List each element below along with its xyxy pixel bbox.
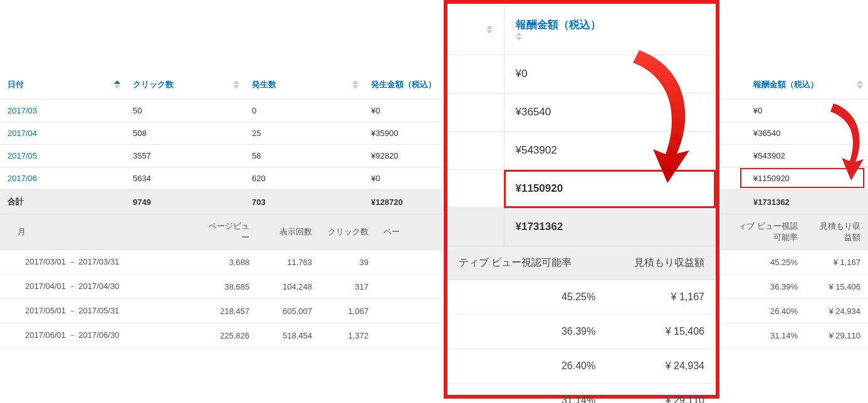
cell: 0	[244, 100, 363, 122]
date-link[interactable]: 2017/05	[0, 145, 125, 167]
col-revenue[interactable]: 見積もり収益額	[805, 214, 868, 250]
svg-marker-10	[486, 25, 493, 29]
cell: ¥36540	[746, 122, 868, 145]
cell: ¥ 1,167	[607, 280, 716, 315]
svg-marker-0	[114, 80, 120, 84]
cell: 50	[125, 100, 244, 122]
col-date[interactable]: 日付	[0, 70, 125, 100]
table-row: 2017/03/01 － 2017/03/31 3,688 11,763 39 …	[0, 250, 868, 275]
svg-marker-1	[114, 85, 120, 89]
svg-marker-9	[857, 85, 863, 89]
cell: 605,007	[257, 299, 320, 323]
cell: 620	[244, 167, 363, 190]
highlight-box-right	[740, 168, 864, 188]
col-clicks[interactable]: クリック数	[320, 214, 376, 250]
col-clicks[interactable]: クリック数	[125, 70, 244, 100]
totals-row: 合計 9749 703 ¥128720 ¥1731362	[0, 190, 868, 214]
cell: ¥1731362	[746, 190, 868, 214]
cell: ¥0	[504, 55, 716, 93]
table-row: 2017/05/01 － 2017/05/31 218,457 605,007 …	[0, 299, 868, 323]
cell: ¥ 29,110	[805, 323, 868, 348]
svg-marker-8	[857, 80, 863, 84]
table-row: 2017/04 508 25 ¥35900 ¥36540	[0, 122, 868, 145]
col-viewability[interactable]: ィブ ビュー視認可能率	[727, 214, 805, 250]
cell: 31.14%	[447, 384, 607, 404]
sort-icon[interactable]	[352, 80, 358, 89]
cell: 2017/04/01 － 2017/04/30	[0, 275, 201, 299]
inset-col-blank	[447, 4, 504, 55]
inset-reward-table: 報酬金額（税込） ¥0 ¥36540 ¥543902 ¥1150920 ¥173…	[447, 4, 716, 246]
table-row: ¥36540	[447, 93, 716, 132]
cell: 1,372	[320, 323, 376, 348]
cell: ¥ 24,934	[607, 349, 716, 384]
sort-icon	[486, 25, 493, 34]
cell: ¥36540	[504, 93, 716, 132]
cell: ¥ 15,406	[607, 315, 716, 349]
zoom-inset: 報酬金額（税込） ¥0 ¥36540 ¥543902 ¥1150920 ¥173…	[444, 0, 719, 399]
summary-table: 日付 クリック数 発生数	[0, 70, 868, 214]
cell: 2017/05/01 － 2017/05/31	[0, 299, 201, 323]
cell: ¥ 29,110	[607, 384, 716, 404]
totals-label: 合計	[0, 190, 125, 214]
table-row: 2017/03 50 0 ¥0 ¥0	[0, 100, 868, 122]
cell: 317	[320, 275, 376, 299]
cell: ¥ 24,934	[805, 299, 868, 323]
table-row: 26.40%¥ 24,934	[447, 349, 716, 384]
cell: ¥543902	[746, 145, 868, 167]
cell: 26.40%	[727, 299, 805, 323]
svg-marker-12	[516, 32, 522, 36]
inset-viewability-table: ティブ ビュー視認可能率 見積もり収益額 45.25%¥ 1,167 36.39…	[447, 246, 716, 403]
table-row: ¥543902	[447, 132, 716, 170]
inset-col-reward: 報酬金額（税込）	[504, 4, 716, 55]
cell: 5634	[125, 167, 244, 190]
cell: 11,763	[257, 250, 320, 275]
sort-asc-icon[interactable]	[114, 80, 120, 89]
svg-marker-5	[352, 85, 358, 89]
cell: 703	[244, 190, 363, 214]
cell: 31.14%	[727, 323, 805, 348]
cell: ¥0	[746, 100, 868, 122]
col-impressions[interactable]: 表示回数	[257, 214, 320, 250]
cell: 104,248	[257, 275, 320, 299]
table-row: ¥0	[447, 55, 716, 93]
cell: ¥1150920	[504, 170, 716, 208]
cell: ¥1731362	[504, 208, 716, 246]
col-pageviews[interactable]: ページビュー	[201, 214, 257, 250]
cell: ¥ 15,406	[805, 275, 868, 299]
cell: 508	[125, 122, 244, 145]
cell: 3557	[125, 145, 244, 167]
table-row: 2017/06/01 － 2017/06/30 225,826 518,454 …	[0, 323, 868, 348]
date-link[interactable]: 2017/06	[0, 167, 125, 190]
cell: 3,688	[201, 250, 257, 275]
col-occurrences[interactable]: 発生数	[244, 70, 363, 100]
table-row: 45.25%¥ 1,167	[447, 280, 716, 315]
col-viewability: ティブ ビュー視認可能率	[447, 246, 607, 280]
cell: 36.39%	[447, 315, 607, 349]
sort-icon[interactable]	[857, 80, 863, 89]
col-month[interactable]: 月	[0, 214, 201, 250]
col-revenue: 見積もり収益額	[607, 246, 716, 280]
sort-icon	[516, 32, 705, 41]
date-link[interactable]: 2017/04	[0, 122, 125, 145]
cell: 39	[320, 250, 376, 275]
table-row: 2017/06 5634 620 ¥0 ¥1150920	[0, 167, 868, 190]
cell: 45.25%	[447, 280, 607, 315]
cell: 38,685	[201, 275, 257, 299]
cell: 1,067	[320, 299, 376, 323]
svg-marker-13	[516, 37, 522, 41]
cell: 26.40%	[447, 349, 607, 384]
date-link[interactable]: 2017/03	[0, 100, 125, 122]
cell: 58	[244, 145, 363, 167]
table-row: 31.14%¥ 29,110	[447, 384, 716, 404]
svg-marker-4	[352, 80, 358, 84]
col-reward[interactable]: 報酬金額（税込）	[746, 70, 868, 100]
cell: 2017/06/01 － 2017/06/30	[0, 323, 201, 348]
detail-table: 月 ページビュー 表示回数 クリック数 ペー ィブ ビュー視認可能率 見積もり収…	[0, 214, 868, 348]
sort-icon[interactable]	[233, 80, 239, 89]
cell: 225,826	[201, 323, 257, 348]
cell: ¥ 1,167	[805, 250, 868, 275]
table-row: 2017/04/01 － 2017/04/30 38,685 104,248 3…	[0, 275, 868, 299]
svg-marker-11	[486, 30, 493, 34]
cell: 218,457	[201, 299, 257, 323]
cell: ¥543902	[504, 132, 716, 170]
